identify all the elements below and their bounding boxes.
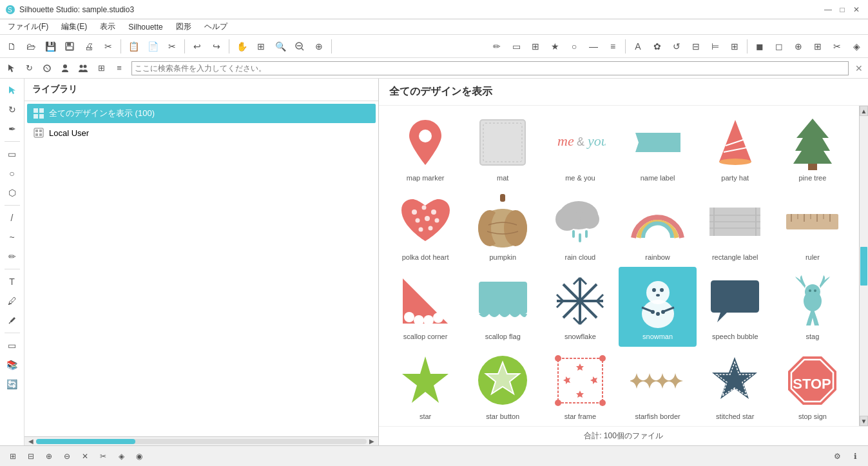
status-btn-5[interactable]: ✕ bbox=[77, 449, 93, 464]
pointer-tool[interactable] bbox=[3, 60, 19, 77]
scroll-left-arrow[interactable]: ◀ bbox=[26, 436, 36, 447]
copy-button[interactable]: 📋 bbox=[124, 37, 142, 55]
gallery-item-snowman[interactable]: snowman bbox=[619, 267, 696, 346]
crop-tool[interactable] bbox=[39, 60, 55, 77]
eyedropper[interactable] bbox=[3, 311, 21, 329]
cut-button[interactable]: ✂ bbox=[99, 37, 117, 55]
eraser-tool[interactable]: ◈ bbox=[847, 37, 865, 55]
gallery-item-star-frame[interactable]: star frame bbox=[541, 347, 619, 426]
gallery-item-rain-cloud[interactable]: rain cloud bbox=[541, 188, 619, 267]
menu-view[interactable]: 表示 bbox=[95, 20, 121, 34]
group-tool[interactable]: ⊞ bbox=[809, 37, 827, 55]
align-tool[interactable]: ≡ bbox=[604, 37, 622, 55]
search-clear-button[interactable]: ✕ bbox=[853, 62, 865, 75]
status-btn-6[interactable]: ✂ bbox=[95, 449, 111, 464]
scroll-up-button[interactable]: ▲ bbox=[860, 106, 868, 116]
undo-button[interactable]: ↩ bbox=[188, 37, 206, 55]
save-button[interactable]: 💾 bbox=[41, 37, 59, 55]
grid2-tool[interactable]: ⊟ bbox=[687, 37, 705, 55]
gallery-item-name-label[interactable]: name label bbox=[619, 108, 696, 188]
gallery-item-snowflake[interactable]: snowflake bbox=[541, 267, 619, 346]
zoom-in[interactable]: 🔍 bbox=[271, 37, 289, 55]
weld-tool[interactable]: ⊞ bbox=[726, 37, 744, 55]
text-a[interactable]: A bbox=[629, 37, 647, 55]
gallery-item-scallop-flag[interactable]: scallop flag bbox=[464, 267, 541, 346]
rect-tool[interactable]: ▭ bbox=[507, 37, 525, 55]
gallery-item-stag[interactable]: stag bbox=[774, 267, 851, 346]
fill-tool[interactable]: ◼ bbox=[751, 37, 769, 55]
zoom-select[interactable]: ⊕ bbox=[310, 37, 328, 55]
text-tool-left[interactable]: T bbox=[3, 273, 21, 291]
redo-button[interactable]: ↪ bbox=[207, 37, 226, 55]
gallery-item-rainbow[interactable]: rainbow bbox=[619, 188, 696, 267]
status-btn-2[interactable]: ⊟ bbox=[23, 449, 39, 464]
cut2-button[interactable]: ✂ bbox=[163, 37, 181, 55]
draw-bezier[interactable]: ~ bbox=[3, 228, 21, 246]
gallery-item-ruler[interactable]: ruler bbox=[774, 188, 851, 267]
close-button[interactable]: ✕ bbox=[850, 3, 863, 16]
rotate-tool[interactable]: ↻ bbox=[21, 60, 37, 77]
gallery-item-starfish-border[interactable]: starfish border bbox=[619, 347, 696, 426]
gallery-item-speech-bubble[interactable]: speech bubble bbox=[697, 267, 774, 346]
mirror-tool[interactable]: ⊨ bbox=[706, 37, 724, 55]
ellipse-tool[interactable]: ○ bbox=[3, 164, 21, 182]
status-btn-3[interactable]: ⊕ bbox=[41, 449, 57, 464]
knife-tool[interactable]: ✂ bbox=[828, 37, 846, 55]
gallery-item-party-hat[interactable]: party hat bbox=[697, 108, 774, 188]
spiral-tool[interactable]: ↺ bbox=[668, 37, 686, 55]
print-button[interactable]: 🖨 bbox=[80, 37, 98, 55]
info-button[interactable]: ℹ bbox=[847, 449, 863, 464]
menu-edit[interactable]: 編集(E) bbox=[56, 20, 92, 34]
gallery-item-polka-dot-heart[interactable]: polka dot heart bbox=[387, 188, 464, 267]
draw-tool[interactable]: ✏ bbox=[488, 37, 506, 55]
scrollbar-track[interactable] bbox=[36, 439, 367, 444]
library2-tool[interactable]: 🔄 bbox=[3, 375, 21, 393]
new-button[interactable]: 🗋 bbox=[3, 37, 21, 55]
minimize-button[interactable]: — bbox=[822, 3, 834, 16]
draw-freehand[interactable]: ✒ bbox=[3, 120, 21, 138]
maximize-button[interactable]: □ bbox=[836, 3, 849, 16]
pencil-tool[interactable]: ✏ bbox=[3, 248, 21, 266]
gallery-item-map-marker[interactable]: map marker bbox=[387, 108, 464, 188]
menu-file[interactable]: ファイル(F) bbox=[3, 20, 53, 34]
menu-silhouette[interactable]: Silhouette bbox=[123, 20, 168, 34]
fill-paint[interactable]: 🖊 bbox=[3, 292, 21, 310]
text-tool[interactable]: — bbox=[584, 37, 603, 55]
library-item-local[interactable]: Local User bbox=[27, 123, 376, 142]
grid-view[interactable]: ⊞ bbox=[93, 60, 110, 77]
settings-button[interactable]: ⚙ bbox=[829, 449, 845, 464]
frame-tool[interactable]: ▭ bbox=[3, 336, 21, 354]
list-view[interactable]: ≡ bbox=[111, 60, 128, 77]
gallery-item-rectangle-label[interactable]: rectangle label bbox=[697, 188, 774, 267]
search-input[interactable] bbox=[132, 64, 848, 73]
zoom-out[interactable] bbox=[291, 37, 309, 55]
gallery-item-mat[interactable]: mat bbox=[464, 108, 541, 188]
gallery-item-star[interactable]: star bbox=[387, 347, 464, 426]
zoom-fit[interactable]: ⊞ bbox=[252, 37, 270, 55]
select-tool[interactable] bbox=[3, 81, 21, 99]
gallery-vertical-scrollbar[interactable]: ▲ ▼ bbox=[859, 106, 868, 426]
star-tool[interactable]: ★ bbox=[546, 37, 564, 55]
gallery-item-stitched-star[interactable]: stitched star bbox=[697, 347, 774, 426]
person-tool[interactable] bbox=[57, 60, 73, 77]
library-tool[interactable]: 📚 bbox=[3, 356, 21, 374]
rectangle-tool[interactable]: ▭ bbox=[3, 145, 21, 163]
gallery-item-star-button[interactable]: star button bbox=[464, 347, 541, 426]
status-btn-4[interactable]: ⊖ bbox=[59, 449, 75, 464]
scroll-right-arrow[interactable]: ▶ bbox=[367, 436, 377, 447]
status-btn-8[interactable]: ◉ bbox=[131, 449, 147, 464]
hand-tool[interactable]: ✋ bbox=[233, 37, 251, 55]
library-item-all[interactable]: 全てのデザインを表示 (100) bbox=[27, 104, 376, 123]
status-btn-1[interactable]: ⊞ bbox=[5, 449, 21, 464]
stroke-tool[interactable]: ◻ bbox=[770, 37, 788, 55]
menu-help[interactable]: ヘルプ bbox=[199, 20, 233, 34]
persons-tool[interactable] bbox=[75, 60, 92, 77]
knife-tool-left[interactable]: / bbox=[3, 209, 21, 227]
flower-tool[interactable]: ✿ bbox=[648, 37, 666, 55]
gallery-item-pine-tree[interactable]: pine tree bbox=[774, 108, 851, 188]
scroll-track[interactable] bbox=[860, 116, 868, 416]
paste-button[interactable]: 📄 bbox=[144, 37, 162, 55]
gallery-item-pumpkin[interactable]: pumpkin bbox=[464, 188, 541, 267]
save-as-button[interactable] bbox=[61, 37, 79, 55]
library-scrollbar[interactable]: ◀ ▶ bbox=[24, 436, 378, 445]
